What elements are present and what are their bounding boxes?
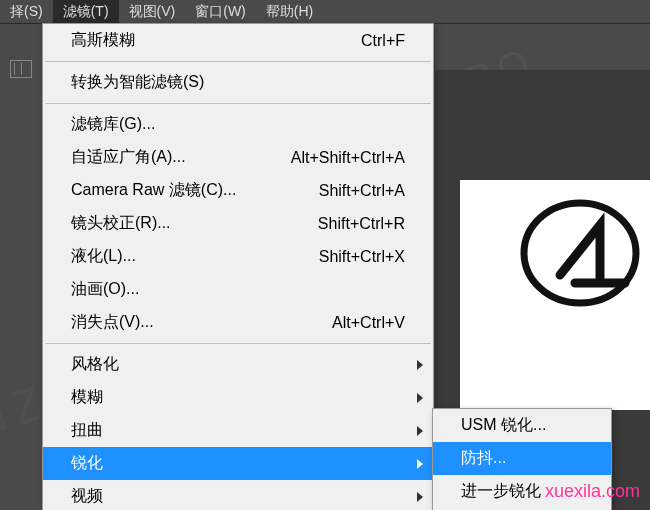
menu-item-shortcut: Ctrl+F bbox=[361, 32, 405, 50]
menu-item-label: 消失点(V)... bbox=[71, 312, 154, 333]
menu-help[interactable]: 帮助(H) bbox=[256, 0, 323, 23]
menu-convert-smart-filter[interactable]: 转换为智能滤镜(S) bbox=[43, 66, 433, 99]
chevron-right-icon bbox=[417, 492, 423, 502]
menu-lens-correction[interactable]: 镜头校正(R)... Shift+Ctrl+R bbox=[43, 207, 433, 240]
menu-oil-paint[interactable]: 油画(O)... bbox=[43, 273, 433, 306]
menu-filter[interactable]: 滤镜(T) bbox=[53, 0, 119, 23]
menu-vanishing-point[interactable]: 消失点(V)... Alt+Ctrl+V bbox=[43, 306, 433, 339]
menu-item-shortcut: Shift+Ctrl+X bbox=[319, 248, 405, 266]
menu-item-label: 视频 bbox=[71, 486, 103, 507]
menu-item-label: 镜头校正(R)... bbox=[71, 213, 171, 234]
separator bbox=[45, 343, 431, 344]
menu-camera-raw[interactable]: Camera Raw 滤镜(C)... Shift+Ctrl+A bbox=[43, 174, 433, 207]
chevron-right-icon bbox=[417, 426, 423, 436]
submenu-usm-sharpen[interactable]: USM 锐化... bbox=[433, 409, 611, 442]
menu-distort[interactable]: 扭曲 bbox=[43, 414, 433, 447]
menu-video[interactable]: 视频 bbox=[43, 480, 433, 510]
menu-item-shortcut: Alt+Shift+Ctrl+A bbox=[291, 149, 405, 167]
handdrawn-annotation bbox=[515, 195, 645, 310]
menu-window[interactable]: 窗口(W) bbox=[185, 0, 256, 23]
sharpen-submenu: USM 锐化... 防抖... 进一步锐化 bbox=[432, 408, 612, 510]
toolbar bbox=[0, 24, 42, 69]
menu-liquify[interactable]: 液化(L)... Shift+Ctrl+X bbox=[43, 240, 433, 273]
tool-icon[interactable] bbox=[10, 60, 32, 78]
menu-item-label: 扭曲 bbox=[71, 420, 103, 441]
menu-item-shortcut: Alt+Ctrl+V bbox=[332, 314, 405, 332]
menu-item-label: 自适应广角(A)... bbox=[71, 147, 186, 168]
menu-stylize[interactable]: 风格化 bbox=[43, 348, 433, 381]
chevron-right-icon bbox=[417, 393, 423, 403]
menu-item-label: 风格化 bbox=[71, 354, 119, 375]
chevron-right-icon bbox=[417, 459, 423, 469]
filter-dropdown: 高斯模糊 Ctrl+F 转换为智能滤镜(S) 滤镜库(G)... 自适应广角(A… bbox=[42, 23, 434, 510]
menubar: 择(S) 滤镜(T) 视图(V) 窗口(W) 帮助(H) bbox=[0, 0, 650, 24]
menu-item-label: 高斯模糊 bbox=[71, 30, 135, 51]
menu-blur[interactable]: 模糊 bbox=[43, 381, 433, 414]
menu-adaptive-wide-angle[interactable]: 自适应广角(A)... Alt+Shift+Ctrl+A bbox=[43, 141, 433, 174]
separator bbox=[45, 103, 431, 104]
menu-item-label: Camera Raw 滤镜(C)... bbox=[71, 180, 236, 201]
menu-sharpen[interactable]: 锐化 bbox=[43, 447, 433, 480]
menu-item-shortcut: Shift+Ctrl+R bbox=[318, 215, 405, 233]
menu-view[interactable]: 视图(V) bbox=[119, 0, 186, 23]
menu-item-label: 滤镜库(G)... bbox=[71, 114, 155, 135]
submenu-sharpen-more[interactable]: 进一步锐化 bbox=[433, 475, 611, 508]
menu-item-label: 转换为智能滤镜(S) bbox=[71, 72, 204, 93]
submenu-shake-reduction[interactable]: 防抖... bbox=[433, 442, 611, 475]
menu-filter-gallery[interactable]: 滤镜库(G)... bbox=[43, 108, 433, 141]
menu-item-label: 锐化 bbox=[71, 453, 103, 474]
menu-item-label: 油画(O)... bbox=[71, 279, 139, 300]
menu-select[interactable]: 择(S) bbox=[0, 0, 53, 23]
menu-item-label: 液化(L)... bbox=[71, 246, 136, 267]
separator bbox=[45, 61, 431, 62]
chevron-right-icon bbox=[417, 360, 423, 370]
menu-item-shortcut: Shift+Ctrl+A bbox=[319, 182, 405, 200]
menu-last-filter[interactable]: 高斯模糊 Ctrl+F bbox=[43, 24, 433, 57]
menu-item-label: 模糊 bbox=[71, 387, 103, 408]
